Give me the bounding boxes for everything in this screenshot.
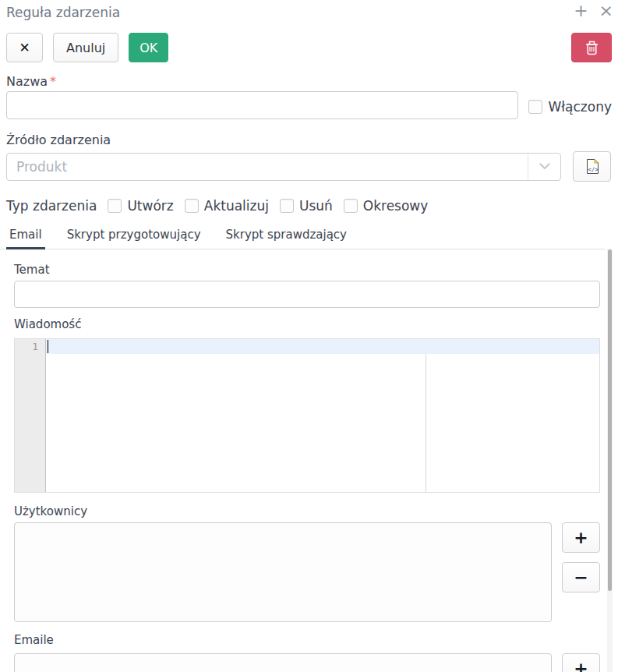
window-close-icon[interactable]: × <box>599 1 613 21</box>
event-type-periodic-group: Okresowy <box>344 198 429 214</box>
scrollbar-thumb[interactable] <box>608 249 612 591</box>
delete-button[interactable] <box>571 33 612 62</box>
subject-label: Temat <box>14 263 606 278</box>
users-label: Użytkownicy <box>14 504 606 519</box>
emails-add-button[interactable]: + <box>562 653 600 672</box>
event-type-delete-group: Usuń <box>280 198 333 214</box>
periodic-label: Okresowy <box>363 198 429 214</box>
editor-active-line <box>46 339 599 354</box>
editor-line-number-gutter: 1 <box>15 339 46 492</box>
source-script-button[interactable]: </> <box>573 151 611 182</box>
emails-listbox[interactable] <box>14 653 552 672</box>
message-label: Wiadomość <box>14 317 606 332</box>
cancel-button[interactable]: Anuluj <box>53 33 118 62</box>
tab-email[interactable]: Email <box>6 224 45 249</box>
trash-icon <box>585 41 599 55</box>
editor-text-area[interactable] <box>46 339 599 492</box>
email-tab-panel: Temat Wiadomość 1 Użytkownicy + − Emaile <box>0 263 606 672</box>
page-title: Reguła zdarzenia <box>6 5 120 20</box>
update-checkbox[interactable] <box>185 199 199 213</box>
required-asterisk: * <box>50 74 56 89</box>
event-type-label: Typ zdarzenia <box>6 198 97 214</box>
tab-check-script[interactable]: Skrypt sprawdzający <box>223 224 350 249</box>
delete-label: Usuń <box>299 198 333 214</box>
chevron-down-icon <box>528 154 560 180</box>
dialog-titlebar: Reguła zdarzenia + × <box>0 0 618 23</box>
tab-bar: Email Skrypt przygotowujący Skrypt spraw… <box>0 224 606 249</box>
tab-prepare-script[interactable]: Skrypt przygotowujący <box>64 224 204 249</box>
source-row: Produkt </> <box>6 151 612 182</box>
event-type-update-group: Aktualizuj <box>185 198 269 214</box>
users-row: + − <box>14 522 606 622</box>
name-label: Nazwa* <box>6 74 618 89</box>
delete-checkbox[interactable] <box>280 199 294 213</box>
subject-input[interactable] <box>14 281 600 308</box>
emails-label: Emaile <box>14 633 606 648</box>
enabled-label: Włączony <box>548 99 612 115</box>
file-code-icon: </> <box>585 158 599 175</box>
create-checkbox[interactable] <box>108 199 122 213</box>
message-code-editor[interactable]: 1 <box>14 338 600 493</box>
event-type-create-group: Utwórz <box>108 198 173 214</box>
editor-print-margin-ruler <box>426 339 426 492</box>
window-add-icon[interactable]: + <box>574 1 588 21</box>
users-remove-button[interactable]: − <box>562 562 600 592</box>
periodic-checkbox[interactable] <box>344 199 358 213</box>
event-type-row: Typ zdarzenia Utwórz Aktualizuj Usuń Okr… <box>6 198 612 214</box>
emails-row: + <box>14 653 606 672</box>
source-select-value: Produkt <box>7 159 528 175</box>
vertical-scrollbar <box>607 249 613 672</box>
svg-text:</>: </> <box>588 166 599 173</box>
users-add-button[interactable]: + <box>562 522 600 553</box>
name-row: Włączony <box>6 91 612 119</box>
create-label: Utwórz <box>127 198 173 214</box>
enabled-checkbox-group: Włączony <box>528 99 612 115</box>
source-select[interactable]: Produkt <box>6 153 561 181</box>
update-label: Aktualizuj <box>204 198 269 214</box>
users-listbox[interactable] <box>14 522 552 622</box>
name-input[interactable] <box>6 91 518 119</box>
toolbar: ✕ Anuluj OK <box>6 33 612 62</box>
line-number: 1 <box>15 339 45 354</box>
editor-cursor <box>48 340 48 353</box>
source-label: Źródło zdarzenia <box>6 133 618 147</box>
close-button[interactable]: ✕ <box>6 33 43 62</box>
ok-button[interactable]: OK <box>129 33 168 62</box>
name-label-text: Nazwa <box>6 74 48 89</box>
event-rule-dialog: Reguła zdarzenia + × ✕ Anuluj OK <box>0 0 618 672</box>
enabled-checkbox[interactable] <box>528 100 542 114</box>
